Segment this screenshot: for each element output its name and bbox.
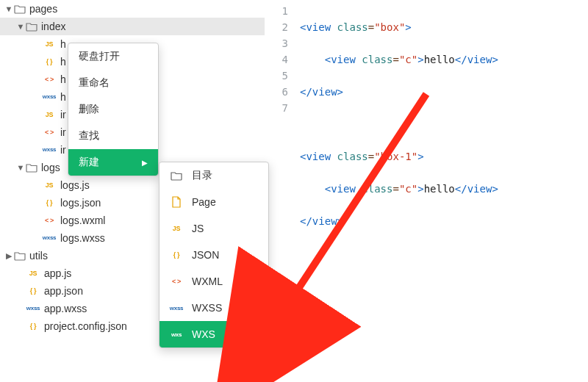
code-token: >: [417, 54, 423, 65]
code-token: view: [467, 54, 492, 65]
sub-label: WXML: [192, 275, 223, 287]
json-icon: { }: [41, 53, 57, 71]
sub-new-page[interactable]: Page: [159, 189, 268, 215]
tree-label: app.wxss: [44, 300, 87, 317]
wxss-icon: wxss: [41, 229, 57, 247]
folder-icon: [13, 251, 26, 261]
tree-label: project.config.json: [44, 317, 127, 335]
chevron-right-icon: ▶: [4, 247, 13, 264]
js-icon: JS: [41, 176, 57, 194]
sub-new-wxss[interactable]: wxss WXSS: [159, 295, 268, 321]
code-token: </: [300, 86, 312, 98]
code-token: view: [306, 21, 331, 33]
chevron-down-icon: ▼: [16, 159, 25, 176]
json-icon: { }: [25, 282, 41, 300]
tree-label: ir: [60, 106, 66, 123]
chevron-down-icon: ▼: [4, 0, 13, 18]
line-number: 7: [265, 100, 288, 116]
wxss-icon: wxss: [41, 141, 57, 159]
json-icon: { }: [41, 194, 57, 212]
js-icon: JS: [25, 264, 41, 282]
tree-label: app.js: [44, 264, 71, 282]
wxml-icon: < >: [41, 212, 57, 229]
tree-label: h: [60, 71, 66, 88]
wxss-icon: wxss: [41, 88, 57, 106]
folder-icon: [13, 4, 26, 14]
code-token: >: [337, 86, 343, 98]
code-editor[interactable]: 1 2 3 4 5 6 7 <view class="box"> <view c…: [265, 0, 588, 382]
code-token: <: [325, 183, 331, 195]
code-area[interactable]: <view class="box"> <view class="c">hello…: [295, 0, 588, 382]
sub-label: Page: [192, 196, 216, 208]
sub-label: WXS: [192, 328, 215, 340]
code-token: "box-1": [374, 151, 417, 162]
code-token: =: [368, 151, 374, 162]
line-number: 5: [265, 68, 288, 84]
code-token: view: [331, 54, 356, 65]
tree-label: app.json: [44, 282, 83, 300]
ctx-delete[interactable]: 删除: [68, 96, 158, 123]
code-token: "box": [374, 21, 405, 33]
ctx-label: 新建: [79, 156, 99, 169]
tree-label: utils: [29, 247, 48, 264]
wxml-icon: < >: [168, 278, 184, 285]
tree-folder-index[interactable]: ▼ index: [0, 18, 265, 35]
chevron-down-icon: ▼: [16, 18, 25, 35]
sub-new-js[interactable]: JS JS: [159, 215, 268, 242]
page-icon: [168, 196, 184, 208]
json-icon: { }: [25, 317, 41, 335]
code-token: [331, 151, 337, 162]
context-menu: 硬盘打开 重命名 删除 查找 新建 ▶: [68, 43, 159, 176]
tree-label: h: [60, 35, 66, 53]
sub-new-dir[interactable]: 目录: [159, 162, 268, 189]
code-token: class: [337, 151, 368, 162]
line-number: 4: [265, 51, 288, 68]
sub-label: 目录: [192, 169, 212, 182]
code-token: =: [392, 54, 398, 65]
chevron-right-icon: ▶: [142, 159, 148, 167]
code-token: =: [368, 21, 374, 33]
code-token: view: [331, 183, 356, 195]
sub-new-json[interactable]: { } JSON: [159, 242, 268, 268]
code-token: [331, 21, 337, 33]
tree-label: pages: [29, 0, 57, 18]
wxml-icon: < >: [41, 123, 57, 141]
tree-label: index: [41, 18, 65, 35]
wxss-icon: wxss: [25, 300, 41, 317]
sub-new-wxml[interactable]: < > WXML: [159, 268, 268, 295]
code-token: "c": [399, 54, 417, 65]
tree-label: logs.js: [60, 176, 90, 194]
line-number: 2: [265, 19, 288, 35]
code-token: [300, 183, 325, 195]
code-token: </: [455, 183, 467, 195]
context-submenu-new: 目录 Page JS JS { } JSON < > WXML wxss WXS…: [159, 162, 269, 348]
code-token: <: [325, 54, 331, 65]
wxss-icon: wxss: [168, 305, 184, 311]
tree-label: logs: [41, 159, 60, 176]
code-token: </: [455, 54, 467, 65]
sub-new-wxs[interactable]: wxs WXS: [159, 321, 268, 347]
code-token: view: [312, 86, 337, 98]
code-token: >: [492, 183, 498, 195]
folder-icon: [25, 162, 38, 173]
ctx-rename[interactable]: 重命名: [68, 70, 158, 96]
code-token: class: [362, 183, 392, 195]
code-token: class: [362, 54, 392, 65]
sub-label: JS: [192, 223, 204, 234]
code-token: >: [492, 54, 498, 65]
code-token: view: [467, 183, 492, 195]
line-number: 3: [265, 35, 288, 51]
js-icon: JS: [41, 106, 57, 123]
ctx-open-on-disk[interactable]: 硬盘打开: [68, 43, 158, 70]
ctx-label: 硬盘打开: [79, 50, 120, 63]
ctx-find[interactable]: 查找: [68, 123, 158, 149]
file-explorer: ▼ pages ▼ index JSh { }h < >h wxssh JSir…: [0, 0, 265, 382]
code-token: view: [312, 215, 337, 227]
ctx-label: 删除: [79, 103, 99, 116]
code-token: >: [417, 151, 423, 162]
tree-folder-pages[interactable]: ▼ pages: [0, 0, 265, 18]
code-token: class: [337, 21, 368, 33]
code-token: [300, 54, 325, 65]
tree-label: logs.json: [60, 194, 101, 212]
ctx-new[interactable]: 新建 ▶: [68, 149, 158, 176]
